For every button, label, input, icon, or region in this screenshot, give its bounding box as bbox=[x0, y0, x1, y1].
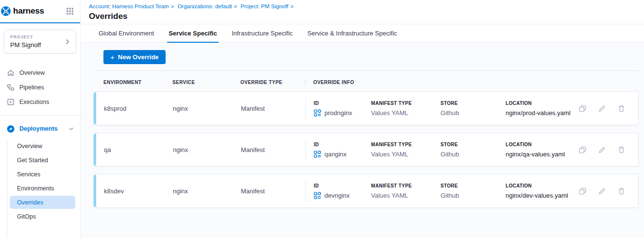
location-label: LOCATION bbox=[506, 101, 578, 106]
breadcrumb-separator: > bbox=[234, 3, 237, 9]
row-override-type: Manifest bbox=[241, 187, 305, 195]
row-service: nginx bbox=[173, 146, 241, 153]
store-label: STORE bbox=[441, 183, 506, 188]
id-label: ID bbox=[314, 183, 371, 188]
row-id-value: devnginx bbox=[324, 192, 350, 199]
table-header-row: ENVIRONMENT SERVICE OVERRIDE TYPE OVERRI… bbox=[93, 71, 639, 91]
entity-id-icon bbox=[314, 109, 321, 117]
copy-icon[interactable] bbox=[578, 187, 587, 195]
row-actions bbox=[578, 104, 638, 113]
override-info-id: ID qanginx bbox=[314, 142, 371, 158]
manifest-type-label: MANIFEST TYPE bbox=[371, 101, 441, 106]
sidebar-item-label: Environments bbox=[17, 185, 54, 192]
sidebar-item-gitops[interactable]: GitOps bbox=[0, 209, 80, 223]
sidebar-item-label: Deployments bbox=[19, 125, 58, 132]
delete-icon[interactable] bbox=[617, 146, 626, 154]
sidebar-item-label: Get Started bbox=[17, 157, 48, 164]
table-row[interactable]: qa nginx Manifest ID qanginx MANI bbox=[93, 133, 639, 167]
override-info-store: STORE Github bbox=[441, 142, 506, 158]
location-label: LOCATION bbox=[506, 183, 578, 188]
copy-icon[interactable] bbox=[578, 146, 587, 154]
row-manifest-type-value: Values YAML bbox=[371, 151, 441, 158]
sidebar: harness PROJECT PM Signoff Overvie bbox=[0, 0, 81, 238]
sidebar-item-label: Overview bbox=[17, 143, 42, 150]
row-environment: qa bbox=[104, 146, 173, 153]
row-location-value: nginx/dev-values.yaml bbox=[506, 192, 578, 199]
edit-icon[interactable] bbox=[598, 146, 606, 154]
project-selector[interactable]: PROJECT PM Signoff bbox=[4, 30, 76, 54]
sidebar-item-get-started[interactable]: Get Started bbox=[0, 153, 80, 167]
sidebar-item-executions[interactable]: Executions bbox=[0, 95, 80, 109]
breadcrumb-account[interactable]: Account: Harness Product Team bbox=[89, 3, 169, 9]
row-divider bbox=[305, 180, 306, 202]
sidebar-item-overview[interactable]: Overview bbox=[0, 66, 80, 80]
delete-icon[interactable] bbox=[617, 104, 626, 113]
entity-id-icon bbox=[314, 192, 321, 199]
project-label: PROJECT bbox=[10, 34, 70, 39]
sidebar-item-overrides[interactable]: Overrides bbox=[10, 196, 75, 209]
row-service: nginx bbox=[173, 105, 241, 112]
breadcrumb-project[interactable]: Project: PM Signoff bbox=[240, 3, 288, 9]
sidebar-nav: Overview Pipelines Executions Deployme bbox=[0, 66, 80, 223]
store-label: STORE bbox=[441, 142, 506, 147]
breadcrumb-separator: > bbox=[171, 3, 174, 9]
tab-bar: Global Environment Service Specific Infr… bbox=[81, 24, 644, 43]
home-icon bbox=[7, 69, 15, 77]
override-info-manifest-type: MANIFEST TYPE Values YAML bbox=[371, 183, 441, 199]
executions-icon bbox=[7, 98, 15, 106]
column-header-override-type: OVERRIDE TYPE bbox=[240, 80, 305, 85]
row-location-value: nginx/prod-values.yaml bbox=[506, 109, 578, 117]
column-header-service: SERVICE bbox=[172, 80, 240, 85]
breadcrumb-organization[interactable]: Organizations: default bbox=[178, 3, 232, 9]
override-info-id: ID prodnginx bbox=[314, 101, 371, 117]
sidebar-item-label: Pipelines bbox=[19, 84, 44, 91]
sidebar-item-deployments-overview[interactable]: Overview bbox=[0, 139, 80, 153]
row-accent-bar bbox=[94, 92, 96, 124]
sidebar-item-deployments[interactable]: Deployments bbox=[0, 121, 80, 136]
harness-logo-icon bbox=[0, 6, 11, 17]
store-label: STORE bbox=[441, 101, 506, 106]
row-override-type: Manifest bbox=[241, 146, 305, 153]
edit-icon[interactable] bbox=[598, 104, 606, 113]
table-row[interactable]: k8sdev nginx Manifest ID devnginx bbox=[93, 174, 639, 208]
page-title: Overrides bbox=[89, 12, 644, 21]
tab-infrastructure-specific[interactable]: Infrastructure Specific bbox=[230, 24, 294, 43]
brand-name: harness bbox=[13, 6, 44, 16]
breadcrumb: Account: Harness Product Team> Organizat… bbox=[89, 3, 644, 9]
app-grid-icon[interactable] bbox=[66, 7, 74, 15]
row-id-value: prodnginx bbox=[324, 109, 352, 117]
override-info-manifest-type: MANIFEST TYPE Values YAML bbox=[371, 142, 441, 158]
tab-service-specific[interactable]: Service Specific bbox=[167, 24, 219, 43]
override-info-location: LOCATION nginx/qa-values.yaml bbox=[506, 142, 578, 158]
edit-icon[interactable] bbox=[598, 187, 606, 195]
project-name: PM Signoff bbox=[10, 41, 70, 49]
new-override-button[interactable]: + New Override bbox=[103, 50, 166, 64]
row-environment: k8sdev bbox=[104, 187, 173, 195]
override-info-id: ID devnginx bbox=[314, 183, 371, 199]
sidebar-item-environments[interactable]: Environments bbox=[0, 181, 80, 195]
override-info-store: STORE Github bbox=[441, 183, 506, 199]
column-header-override-info: OVERRIDE INFO bbox=[313, 80, 354, 85]
row-divider bbox=[305, 139, 306, 160]
new-override-label: New Override bbox=[118, 53, 159, 61]
deployments-subnav: Overview Get Started Services Environmen… bbox=[0, 139, 80, 223]
copy-icon[interactable] bbox=[578, 104, 587, 113]
sidebar-item-label: Services bbox=[17, 171, 40, 178]
tab-global-environment[interactable]: Global Environment bbox=[97, 24, 155, 43]
override-info-location: LOCATION nginx/dev-values.yaml bbox=[506, 183, 578, 199]
tab-service-and-infrastructure-specific[interactable]: Service & Infrastructure Specific bbox=[306, 24, 399, 43]
entity-id-icon bbox=[314, 151, 321, 158]
row-accent-bar bbox=[94, 134, 96, 166]
override-info-store: STORE Github bbox=[441, 101, 506, 117]
rows: k8sprod nginx Manifest ID prodnginx bbox=[93, 91, 639, 208]
row-accent-bar bbox=[94, 175, 96, 207]
row-override-type: Manifest bbox=[241, 105, 305, 112]
row-id-value: qanginx bbox=[324, 151, 347, 158]
delete-icon[interactable] bbox=[617, 187, 626, 195]
sidebar-item-pipelines[interactable]: Pipelines bbox=[0, 80, 80, 95]
table-row[interactable]: k8sprod nginx Manifest ID prodnginx bbox=[93, 91, 639, 125]
sidebar-item-label: GitOps bbox=[17, 213, 36, 220]
sidebar-item-services[interactable]: Services bbox=[0, 167, 80, 181]
chevron-right-icon bbox=[64, 38, 71, 45]
row-actions bbox=[578, 187, 638, 195]
